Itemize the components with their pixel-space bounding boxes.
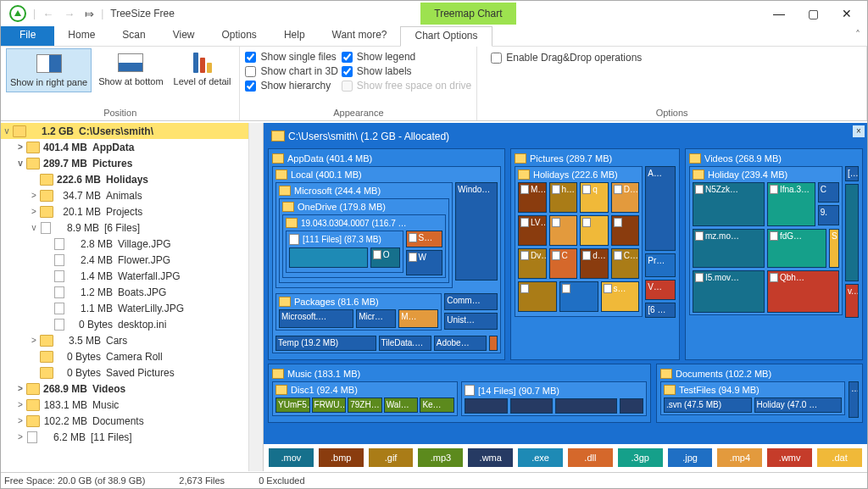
show-labels-checkbox[interactable]: Show labels bbox=[342, 65, 471, 77]
menu-want-more-[interactable]: Want more? bbox=[319, 26, 401, 46]
treemap-tile[interactable] bbox=[518, 281, 557, 312]
tab-chart-options[interactable]: Chart Options bbox=[400, 26, 492, 47]
tree-scrollbar[interactable] bbox=[248, 123, 263, 471]
legend-mov[interactable]: .mov bbox=[269, 448, 314, 467]
legend-mp4[interactable]: .mp4 bbox=[717, 448, 762, 467]
show-free-space-checkbox: Show free space on drive bbox=[342, 80, 471, 92]
tree-row[interactable]: 1.4 MBWaterfall.JPG bbox=[1, 268, 248, 284]
file-icon bbox=[54, 270, 64, 282]
legend-wma[interactable]: .wma bbox=[468, 448, 513, 467]
tree-row[interactable]: >183.1 MBMusic bbox=[1, 397, 248, 413]
treemap-tile[interactable]: D… bbox=[611, 182, 640, 213]
tree-row[interactable]: >268.9 MBVideos bbox=[1, 381, 248, 397]
tree-row[interactable]: 1.1 MBWaterLilly.JPG bbox=[1, 300, 248, 316]
block-pictures[interactable]: Pictures (289.7 MB) Holidays (222.6 MB) … bbox=[510, 148, 680, 360]
treemap-tile[interactable]: M… bbox=[518, 182, 547, 213]
block-videos[interactable]: Videos (268.9 MB) Holiday (239.4 MB) N5Z… bbox=[685, 148, 863, 360]
legend-3gp[interactable]: .3gp bbox=[618, 448, 663, 467]
collapse-ribbon-icon[interactable]: ˄ bbox=[849, 26, 867, 46]
level-icon bbox=[193, 53, 212, 73]
ribbon: Show in right pane Show at bottom Level … bbox=[1, 47, 867, 121]
legend-dll[interactable]: .dll bbox=[568, 448, 613, 467]
maximize-button[interactable]: ▢ bbox=[796, 2, 830, 25]
treemap-pane[interactable]: × C:\Users\smith\ (1.2 GB - Allocated) A… bbox=[264, 123, 867, 471]
treemap-tile[interactable]: Wal… bbox=[384, 397, 419, 413]
treemap-tile[interactable]: Dv… bbox=[518, 248, 547, 279]
nav-forward-icon[interactable]: → bbox=[58, 8, 80, 20]
show-hierarchy-checkbox[interactable]: Show hierarchy bbox=[245, 80, 337, 92]
tree-pane[interactable]: v 1.2 GB C:\Users\smith\ >401.4 MBAppDat… bbox=[1, 123, 264, 471]
menu-options[interactable]: Options bbox=[209, 26, 270, 46]
menu-home[interactable]: Home bbox=[54, 26, 108, 46]
treemap-tile[interactable] bbox=[549, 215, 578, 246]
treemap-tile[interactable]: FRWU… bbox=[312, 397, 347, 413]
tree-row[interactable]: 0 BytesCamera Roll bbox=[1, 348, 248, 364]
treemap-tile[interactable] bbox=[580, 215, 609, 246]
minimize-button[interactable]: — bbox=[762, 2, 796, 25]
treemap-tile[interactable]: 79ZH… bbox=[348, 397, 382, 413]
folder-icon bbox=[26, 142, 40, 153]
level-of-detail-button[interactable]: Level of detail bbox=[170, 48, 235, 91]
tree-row[interactable]: >6.2 MB[11 Files] bbox=[1, 429, 248, 445]
folder-icon bbox=[26, 399, 40, 411]
tree-row[interactable]: v8.9 MB[6 Files] bbox=[1, 219, 248, 236]
legend-wmv[interactable]: .wmv bbox=[767, 448, 812, 467]
legend-mp3[interactable]: .mp3 bbox=[418, 448, 463, 467]
treemap-tile[interactable]: s… bbox=[601, 281, 640, 312]
treemap-tile[interactable]: d… bbox=[580, 248, 609, 279]
menu-help[interactable]: Help bbox=[270, 26, 319, 46]
treemap-close-icon[interactable]: × bbox=[853, 125, 865, 137]
treemap-tile[interactable]: C… bbox=[611, 248, 640, 279]
treemap-tile[interactable]: q bbox=[580, 182, 609, 213]
treemap-tile[interactable]: Ke… bbox=[420, 397, 454, 413]
tree-row[interactable]: v289.7 MBPictures bbox=[1, 155, 248, 171]
bottom-pane-icon bbox=[118, 53, 143, 72]
tree-row[interactable]: 2.8 MBVillage.JPG bbox=[1, 236, 248, 252]
legend-bmp[interactable]: .bmp bbox=[319, 448, 364, 467]
tree-row[interactable]: 0 BytesSaved Pictures bbox=[1, 364, 248, 381]
status-excluded: 0 Excluded bbox=[259, 475, 338, 486]
legend-dat[interactable]: .dat bbox=[817, 448, 862, 467]
show-chart-3d-checkbox[interactable]: Show chart in 3D bbox=[245, 65, 337, 77]
folder-icon bbox=[26, 383, 40, 395]
extension-legend: .mov.bmp.gif.mp3.wma.exe.dll.3gp.jpg.mp4… bbox=[264, 442, 867, 471]
show-right-pane-button[interactable]: Show in right pane bbox=[6, 48, 92, 92]
treemap-path[interactable]: C:\Users\smith\ (1.2 GB - Allocated) bbox=[268, 127, 863, 145]
file-menu[interactable]: File bbox=[1, 26, 54, 46]
treemap-tile[interactable]: C bbox=[549, 248, 578, 279]
tree-row[interactable]: 2.4 MBFlower.JPG bbox=[1, 252, 248, 268]
folder-icon bbox=[271, 131, 285, 142]
tree-row[interactable]: 222.6 MBHolidays bbox=[1, 171, 248, 187]
tree-row[interactable]: >401.4 MBAppData bbox=[1, 139, 248, 155]
legend-exe[interactable]: .exe bbox=[518, 448, 563, 467]
titlebar: | ← → ⤇ | TreeSize Free Treemap Chart — … bbox=[1, 1, 867, 26]
nav-dropdown-icon[interactable]: ⤇ bbox=[80, 8, 99, 20]
menu-scan[interactable]: Scan bbox=[108, 26, 159, 46]
tree-row[interactable]: 0 Bytesdesktop.ini bbox=[1, 316, 248, 332]
enable-dragdrop-checkbox[interactable]: Enable Drag&Drop operations bbox=[491, 52, 642, 64]
show-legend-checkbox[interactable]: Show legend bbox=[342, 51, 471, 63]
tree-row[interactable]: >102.2 MBDocuments bbox=[1, 413, 248, 429]
statusbar: Free Space: 20.0 GB (of 38.9 GB) 2,673 F… bbox=[1, 472, 867, 488]
treemap-tile[interactable]: LV… bbox=[518, 215, 547, 246]
nav-back-icon[interactable]: ← bbox=[37, 8, 58, 20]
legend-gif[interactable]: .gif bbox=[369, 448, 414, 467]
treemap-tile[interactable]: h… bbox=[549, 182, 578, 213]
menu-view[interactable]: View bbox=[159, 26, 209, 46]
block-music[interactable]: Music (183.1 MB) Disc1 (92.4 MB) YUmF5…F… bbox=[268, 364, 651, 423]
contextual-tab[interactable]: Treemap Chart bbox=[420, 3, 515, 25]
show-at-bottom-button[interactable]: Show at bottom bbox=[95, 48, 166, 91]
legend-jpg[interactable]: .jpg bbox=[668, 448, 713, 467]
treemap-tile[interactable] bbox=[611, 215, 640, 246]
tree-row[interactable]: 1.2 MBBoats.JPG bbox=[1, 284, 248, 300]
treemap-tile[interactable]: YUmF5… bbox=[275, 397, 310, 413]
tree-row[interactable]: >34.7 MBAnimals bbox=[1, 187, 248, 203]
show-single-files-checkbox[interactable]: Show single files bbox=[245, 51, 337, 63]
close-button[interactable]: ✕ bbox=[830, 2, 864, 25]
tree-row[interactable]: >20.1 MBProjects bbox=[1, 203, 248, 219]
block-documents[interactable]: Documents (102.2 MB) TestFiles (94.9 MB)… bbox=[656, 364, 863, 423]
tree-row[interactable]: >3.5 MBCars bbox=[1, 332, 248, 348]
treemap-tile[interactable] bbox=[559, 281, 598, 312]
tree-root[interactable]: v 1.2 GB C:\Users\smith\ bbox=[1, 123, 248, 139]
block-appdata[interactable]: AppData (401.4 MB) Local (400.1 MB) Micr… bbox=[268, 148, 505, 360]
